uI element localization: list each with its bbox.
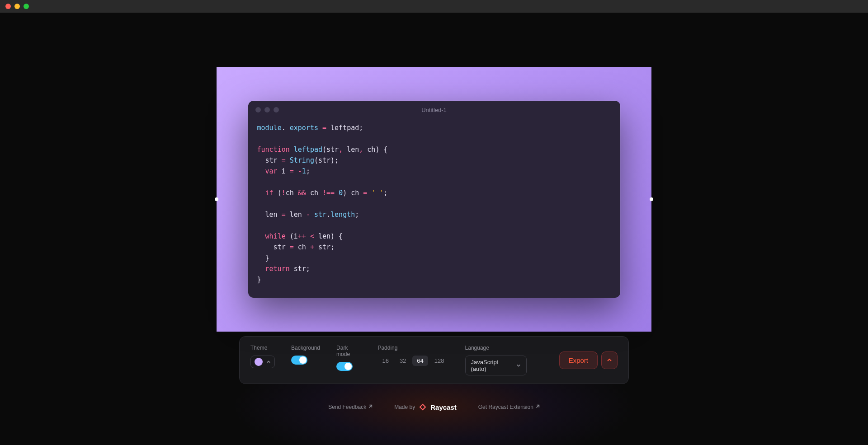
image-canvas: Untitled-1 module. exports = leftpad; fu… xyxy=(217,67,651,332)
resize-handle-right[interactable] xyxy=(650,197,653,201)
darkmode-label: Dark mode xyxy=(336,345,361,357)
background-toggle[interactable] xyxy=(291,356,307,365)
window-zoom-dot[interactable] xyxy=(24,4,29,9)
window-minimize-dot[interactable] xyxy=(14,4,20,9)
language-value: JavaScript (auto) xyxy=(471,359,512,372)
send-feedback-link[interactable]: Send Feedback xyxy=(328,404,373,410)
footer: Send Feedback Made by Raycast Get Raycas… xyxy=(328,403,540,411)
external-link-icon xyxy=(368,404,373,410)
padding-option-32[interactable]: 32 xyxy=(395,356,410,366)
raycast-logo-icon xyxy=(419,403,427,411)
padding-segmented: 163264128 xyxy=(377,356,448,366)
padding-option-128[interactable]: 128 xyxy=(430,356,449,366)
padding-option-64[interactable]: 64 xyxy=(412,356,428,366)
theme-picker[interactable] xyxy=(250,356,275,368)
padding-label: Padding xyxy=(377,345,448,351)
code-window: Untitled-1 module. exports = leftpad; fu… xyxy=(248,101,620,298)
chevron-down-icon xyxy=(516,363,521,368)
language-control: Language JavaScript (auto) xyxy=(465,345,527,375)
resize-handle-left[interactable] xyxy=(215,197,218,201)
window-close-dot[interactable] xyxy=(5,4,11,9)
code-filename[interactable]: Untitled-1 xyxy=(248,107,620,113)
chevron-up-icon xyxy=(266,360,271,364)
background-control: Background xyxy=(291,345,320,365)
export-button[interactable]: Export xyxy=(559,351,598,369)
theme-control: Theme xyxy=(250,345,275,368)
language-label: Language xyxy=(465,345,527,351)
background-label: Background xyxy=(291,345,320,351)
padding-option-16[interactable]: 16 xyxy=(377,356,393,366)
made-by: Made by Raycast xyxy=(394,403,457,411)
get-extension-link[interactable]: Get Raycast Extension xyxy=(478,404,540,410)
external-link-icon xyxy=(535,404,540,410)
darkmode-toggle[interactable] xyxy=(336,362,353,371)
brand-name: Raycast xyxy=(430,403,457,411)
darkmode-control: Dark mode xyxy=(336,345,361,371)
export-group: Export xyxy=(559,351,618,369)
code-window-header: Untitled-1 xyxy=(248,101,620,119)
macos-titlebar xyxy=(0,0,868,13)
code-editor[interactable]: module. exports = leftpad; function left… xyxy=(248,119,620,298)
language-select[interactable]: JavaScript (auto) xyxy=(465,356,527,375)
padding-control: Padding 163264128 xyxy=(377,345,448,366)
theme-swatch-icon xyxy=(255,358,263,366)
theme-label: Theme xyxy=(250,345,275,351)
export-options-button[interactable] xyxy=(601,351,618,369)
settings-toolbar: Theme Background Dark mode Padding 16326… xyxy=(239,336,629,384)
